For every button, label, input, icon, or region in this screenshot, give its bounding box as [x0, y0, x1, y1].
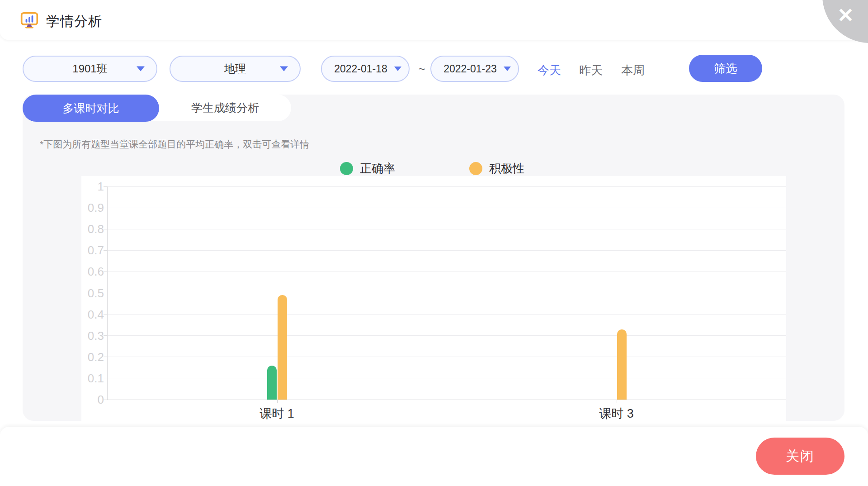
y-axis-label: 0.1 [82, 371, 104, 385]
y-axis-tick [104, 250, 107, 251]
y-axis-tick [104, 314, 107, 314]
date-start-select[interactable]: 2022-01-18 [321, 56, 410, 82]
quick-link-today[interactable]: 今天 [538, 62, 561, 78]
gridline [107, 293, 786, 293]
y-axis-tick [104, 357, 107, 357]
gridline [107, 186, 786, 187]
gridline [107, 335, 786, 336]
page-title: 学情分析 [46, 12, 102, 31]
header-bar: 学情分析 [0, 0, 868, 40]
category-label: 课时 3 [599, 405, 634, 422]
y-axis-label: 0.4 [82, 307, 104, 321]
subject-select-value: 地理 [224, 62, 246, 76]
gridline [107, 208, 786, 208]
gridline [107, 314, 786, 314]
x-axis-tick [277, 400, 278, 403]
gridline [107, 400, 786, 400]
quick-link-this-week[interactable]: 本周 [621, 62, 645, 78]
quick-link-yesterday[interactable]: 昨天 [579, 62, 603, 78]
category-label: 课时 1 [259, 405, 294, 422]
chevron-down-icon [394, 67, 401, 71]
chart-note: *下图为所有题型当堂课全部题目的平均正确率，双击可查看详情 [40, 138, 309, 151]
tab-bar: 多课时对比 学生成绩分析 [23, 95, 291, 121]
y-axis-tick [104, 272, 107, 272]
y-axis-label: 1 [82, 180, 104, 194]
filter-button[interactable]: 筛选 [689, 55, 762, 82]
legend-dot-orange-icon [469, 162, 482, 175]
tab-student-score-analysis[interactable]: 学生成绩分析 [159, 95, 291, 121]
bar-正确率-课时 1[interactable] [267, 366, 277, 400]
class-select[interactable]: 1901班 [23, 56, 157, 82]
x-axis-tick [617, 400, 617, 403]
bar-积极性-课时 1[interactable] [278, 295, 287, 400]
gridline [107, 357, 786, 357]
tab-multi-lesson-compare[interactable]: 多课时对比 [23, 95, 159, 122]
analysis-monitor-icon [20, 11, 39, 32]
gridline [107, 250, 786, 251]
y-axis-tick [104, 208, 107, 208]
subject-select[interactable]: 地理 [170, 56, 301, 82]
y-axis-tick [104, 400, 107, 400]
y-axis-tick [104, 229, 107, 229]
date-end-value: 2022-01-23 [443, 63, 497, 75]
legend-item-accuracy[interactable]: 正确率 [340, 161, 395, 176]
legend-item-activeness[interactable]: 积极性 [469, 161, 524, 176]
y-axis-line [107, 186, 108, 400]
bar-积极性-课时 3[interactable] [617, 329, 627, 400]
chevron-down-icon [137, 67, 145, 71]
y-axis-tick [104, 186, 107, 187]
y-axis-label: 0.6 [82, 265, 104, 279]
close-button[interactable]: 关闭 [756, 438, 844, 475]
y-axis-tick [104, 293, 107, 293]
y-axis-label: 0.7 [82, 243, 104, 257]
y-axis-tick [104, 378, 107, 378]
y-axis-tick [104, 335, 107, 336]
date-start-value: 2022-01-18 [334, 63, 387, 75]
y-axis-label: 0.2 [82, 350, 104, 364]
legend-dot-green-icon [340, 162, 353, 175]
legend-label: 积极性 [489, 161, 524, 176]
legend-label: 正确率 [360, 161, 395, 176]
date-range-separator: ~ [415, 62, 429, 76]
footer-bar: 关闭 [0, 427, 868, 486]
gridline [107, 272, 786, 272]
gridline [107, 378, 786, 378]
date-end-select[interactable]: 2022-01-23 [430, 56, 519, 82]
y-axis-label: 0.3 [82, 329, 104, 343]
y-axis-label: 0.8 [82, 222, 104, 236]
y-axis-label: 0.9 [82, 201, 104, 215]
chevron-down-icon [504, 67, 511, 71]
chevron-down-icon [280, 67, 288, 71]
y-axis-label: 0 [82, 393, 104, 407]
bar-chart: 10.90.80.70.60.50.40.30.20.10课时 1课时 3 [81, 176, 786, 421]
class-select-value: 1901班 [72, 62, 107, 76]
close-icon[interactable]: ✕ [837, 5, 854, 25]
gridline [107, 229, 786, 229]
y-axis-label: 0.5 [82, 286, 104, 300]
